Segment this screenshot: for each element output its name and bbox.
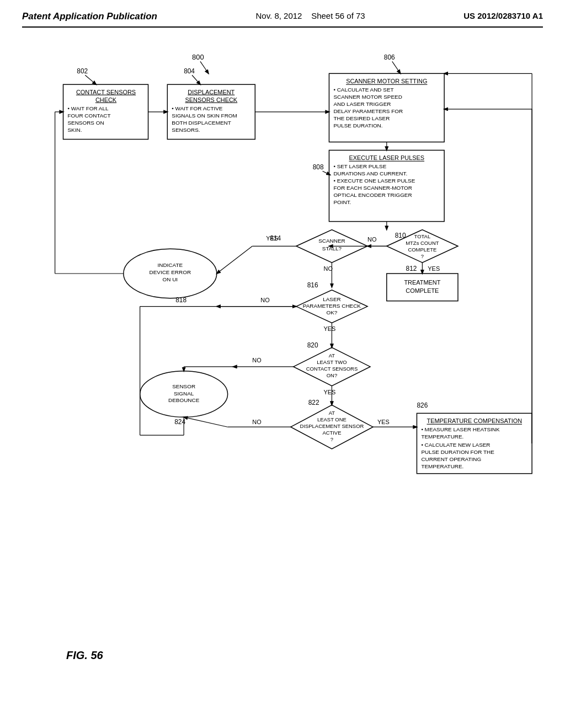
- diamond-816-t2: PARAMETERS CHECK: [303, 303, 361, 309]
- arrow-814-yes: [217, 246, 253, 274]
- label-812: 812: [406, 265, 417, 272]
- no-label-810: NO: [367, 236, 376, 243]
- diamond-822-t5: ?: [331, 436, 333, 442]
- arrow-800: [200, 61, 209, 73]
- sheet: Sheet 56 of 73: [311, 11, 365, 20]
- diamond-820-t2: LEAST TWO: [317, 359, 347, 365]
- yes-label-814: YES: [266, 235, 278, 242]
- flowchart-svg: 800 802 CONTACT SENSORS CHECK • WAIT FOR…: [22, 39, 543, 678]
- diamond-810-t2: MTZs COUNT: [406, 240, 439, 246]
- box-802-b2: FOUR CONTACT: [67, 113, 110, 119]
- diamond-814-t1: SCANNER: [318, 238, 345, 244]
- box-826-b4: PULSE DURATION FOR THE: [421, 449, 494, 455]
- box-806-b5: THE DESIRED LASER: [333, 115, 390, 121]
- label-806: 806: [384, 53, 395, 61]
- debounce-t2: SIGNAL: [174, 390, 194, 397]
- diamond-816-t3: OK?: [327, 310, 338, 316]
- yes-label-816: YES: [324, 325, 336, 332]
- label-820: 820: [307, 341, 318, 349]
- box-804-title1: DISPLACEMENT: [188, 89, 234, 95]
- box-806-b3: AND LASER TRIGGER: [333, 101, 391, 107]
- label-808: 808: [313, 163, 324, 171]
- publication-label: Patent Application Publication: [22, 11, 157, 22]
- box-802-b3: SENSORS ON: [67, 120, 104, 126]
- box-826-b1: • MEASURE LASER HEATSINK: [421, 426, 500, 432]
- yes-label-822: YES: [377, 419, 390, 425]
- label-802: 802: [77, 67, 88, 75]
- arrow-802: [85, 75, 96, 84]
- box-808-b5: OPTICAL ENCODER TRIGGER: [333, 192, 412, 198]
- diamond-822-t3: DISPLACEMENT SENSOR: [300, 423, 364, 429]
- box-826-b5: CURRENT OPERATING: [421, 456, 481, 462]
- label-800: 800: [192, 53, 204, 61]
- diamond-820-t4: ON?: [327, 372, 337, 378]
- diamond-810-t4: ?: [421, 253, 424, 259]
- box-808-b1: • SET LASER PULSE: [333, 163, 386, 169]
- diamond-820-t3: CONTACT SENSORS: [306, 366, 358, 372]
- box-812-t1: TREATMENT: [404, 279, 440, 286]
- yes-label-812: YES: [428, 265, 440, 272]
- box-808-b6: POINT.: [333, 199, 351, 205]
- box-802-b1: • WAIT FOR ALL: [67, 105, 109, 111]
- diamond-816-t1: LASER: [323, 296, 341, 302]
- box-806-b1: • CALCULATE AND SET: [333, 87, 393, 93]
- box-826-b6: TEMPERATURE.: [421, 463, 463, 469]
- debounce-t1: SENSOR: [172, 383, 195, 389]
- label-816: 816: [307, 281, 318, 289]
- box-806-b2: SCANNER MOTOR SPEED: [333, 94, 402, 100]
- arrow-804: [192, 75, 200, 84]
- label-804: 804: [184, 67, 195, 75]
- date-sheet: Nov. 8, 2012 Sheet 56 of 73: [256, 11, 365, 20]
- box-804-b4: SENSORS.: [172, 127, 200, 133]
- box-802-title2: CHECK: [95, 97, 117, 103]
- diamond-814-t2: STALL?: [322, 245, 342, 251]
- box-806-b6: PULSE DURATION.: [333, 122, 382, 129]
- diamond-822-t1: AT: [329, 410, 335, 416]
- box-808-b3: • EXECUTE ONE LASER PULSE: [333, 178, 415, 184]
- box-808-b4: FOR EACH SCANNER-MOTOR: [333, 185, 412, 191]
- no-label-816: NO: [260, 297, 269, 303]
- box-812-t2: COMPLETE: [406, 287, 439, 294]
- patent-number: US 2012/0283710 A1: [463, 11, 543, 20]
- box-802-b4: SKIN.: [67, 127, 82, 133]
- box-804-b1: • WAIT FOR ACTIVE: [172, 105, 223, 111]
- error-t2: DEVICE ERROR: [150, 269, 191, 275]
- yes-label-820: YES: [324, 389, 336, 395]
- box-826-b2: TEMPERATURE.: [421, 433, 463, 440]
- no-label-820: NO: [252, 357, 261, 363]
- label-818: 818: [175, 296, 186, 304]
- box-804-b3: BOTH DISPLACEMENT: [172, 120, 231, 126]
- fig-label: FIG. 56: [66, 649, 103, 662]
- box-808-title: EXECUTE LASER PULSES: [349, 154, 425, 161]
- date: Nov. 8, 2012: [256, 11, 302, 20]
- diamond-810-t3: COMPLETE: [408, 247, 436, 253]
- box-804-title2: SENSORS CHECK: [185, 97, 237, 103]
- label-822: 822: [308, 399, 319, 406]
- arrow-822-no-v: [184, 417, 227, 427]
- label-826: 826: [417, 402, 428, 409]
- box-808-b2: DURATIONS AND CURRENT.: [333, 170, 407, 176]
- error-t1: INDICATE: [158, 262, 183, 268]
- box-806-title: SCANNER MOTOR SETTING: [346, 78, 427, 84]
- diamond-822-t4: ACTIVE: [322, 430, 341, 436]
- no-label-822: NO: [252, 419, 261, 425]
- box-826-b3: • CALCULATE NEW LASER: [421, 442, 490, 448]
- page: Patent Application Publication Nov. 8, 2…: [0, 0, 565, 728]
- box-804-b2: SIGNALS ON SKIN FROM: [172, 113, 237, 119]
- box-826-title: TEMPERATURE COMPENSATION: [427, 417, 523, 424]
- error-t3: ON UI: [163, 276, 178, 282]
- diamond-810-t1: TOTAL: [414, 233, 431, 239]
- diamond-820-t1: AT: [329, 352, 335, 358]
- box-802-title1: CONTACT SENSORS: [76, 89, 136, 95]
- no-label-814: NO: [324, 265, 333, 272]
- debounce-t3: DEBOUNCE: [168, 397, 200, 403]
- box-806-b4: DELAY PARAMETERS FOR: [333, 108, 403, 114]
- arrow-806: [392, 61, 401, 73]
- diamond-822-t2: LEAST ONE: [317, 416, 347, 422]
- diagram-area: 800 802 CONTACT SENSORS CHECK • WAIT FOR…: [22, 39, 543, 678]
- page-header: Patent Application Publication Nov. 8, 2…: [22, 11, 543, 28]
